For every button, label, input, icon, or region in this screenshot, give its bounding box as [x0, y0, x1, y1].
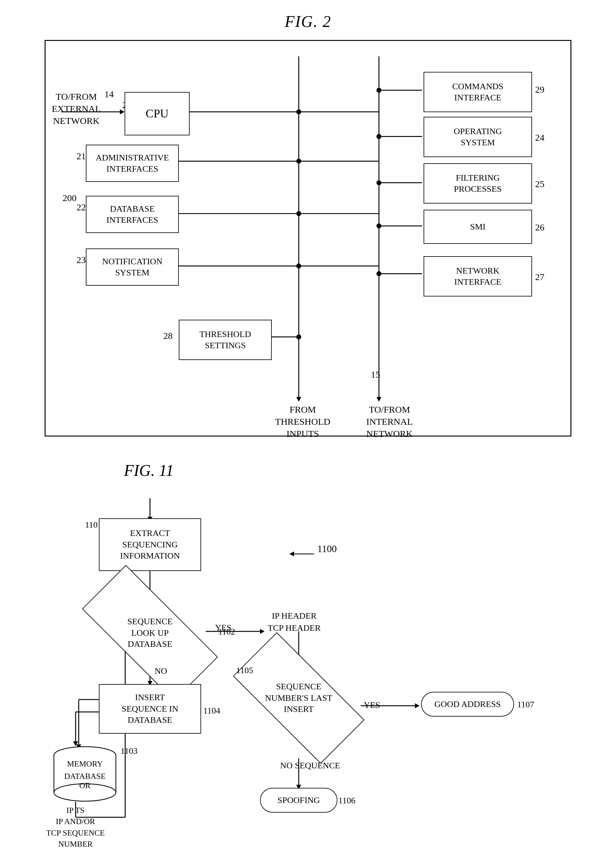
svg-marker-30 [376, 397, 382, 402]
svg-point-19 [296, 159, 301, 163]
svg-marker-42 [73, 741, 78, 746]
svg-marker-52 [415, 703, 420, 708]
database-interfaces-block: DATABASEINTERFACES [86, 196, 179, 233]
spoofing-block: SPOOFING [260, 788, 337, 813]
svg-point-20 [296, 211, 301, 216]
ref-21: 21 [77, 151, 86, 162]
svg-point-25 [376, 223, 382, 228]
ref-23: 23 [77, 255, 86, 265]
svg-point-24 [376, 180, 382, 185]
ref-1105: 1105 [236, 665, 253, 675]
fig2-diagram: TO/FROMEXTERNALNETWORK 14 20 CPU 200 21 … [45, 40, 571, 437]
ref-29: 29 [535, 84, 544, 95]
filtering-processes-block: FILTERINGPROCESSES [424, 163, 532, 203]
threshold-settings-block: THRESHOLDSETTINGS [179, 320, 272, 360]
cpu-block: CPU [125, 92, 189, 135]
svg-point-18 [296, 109, 301, 114]
to-internal-network-label: TO/FROMINTERNALNETWORK [356, 403, 424, 440]
ip-ts-label: IP TSIP AND/ORTCP SEQUENCENUMBER [46, 805, 105, 850]
svg-text:MEMORY: MEMORY [67, 759, 103, 768]
ref-28: 28 [163, 331, 172, 341]
commands-interface-block: COMMANDSINTERFACE [424, 72, 532, 112]
ref-200: 200 [63, 193, 77, 203]
svg-point-22 [376, 88, 382, 92]
fig11-title: FIG. 11 [124, 461, 174, 480]
ref-24: 24 [535, 132, 544, 143]
svg-point-23 [376, 134, 382, 139]
ref-1106: 1106 [338, 796, 356, 805]
ref-27: 27 [535, 272, 544, 282]
yes-label-2: YES [364, 699, 380, 711]
fig11-diagram: 1101 EXTRACTSEQUENCINGINFORMATION 1100 S… [45, 489, 571, 856]
no-label-1: NO [155, 665, 167, 677]
external-network-label: TO/FROMEXTERNALNETWORK [52, 91, 101, 127]
ref-25: 25 [535, 179, 544, 189]
ref-26: 26 [535, 222, 544, 232]
svg-point-32 [296, 335, 301, 340]
no-sequence-label: NO SEQUENCE [280, 760, 340, 771]
ref-22: 22 [77, 202, 86, 212]
ref-14: 14 [105, 89, 114, 99]
insert-sequence-block: INSERTSEQUENCE INDATABASE [99, 684, 201, 734]
svg-marker-28 [296, 397, 301, 402]
sequence-number-diamond: SEQUENCENUMBER'S LASTINSERT [237, 667, 361, 729]
ref-15: 15 [371, 369, 380, 380]
smi-block: SMI [424, 210, 532, 244]
ref-1103: 1103 [120, 746, 137, 756]
ref-1104: 1104 [203, 706, 220, 716]
database-cylinder: DATABASE OR MEMORY [51, 746, 119, 802]
network-interface-block: NETWORKINTERFACE [424, 256, 532, 297]
from-threshold-label: FROMTHRESHOLDINPUTS [272, 403, 334, 440]
ip-header-label: IP HEADERTCP HEADER [268, 610, 321, 634]
notification-system-block: NOTIFICATIONSYSTEM [86, 248, 179, 286]
sequence-lookup-diamond: SEQUENCELOOK UPDATABASE [85, 602, 215, 664]
ref-1107: 1107 [517, 699, 534, 710]
fig2-title: FIG. 2 [285, 12, 331, 31]
extract-block: EXTRACTSEQUENCINGINFORMATION [99, 518, 201, 571]
svg-point-21 [296, 264, 301, 269]
svg-point-26 [376, 271, 382, 276]
good-address-block: GOOD ADDRESS [421, 692, 514, 717]
admin-interfaces-block: ADMINISTRATIVEINTERFACES [86, 145, 179, 182]
svg-marker-48 [260, 629, 265, 634]
operating-system-block: OPERATINGSYSTEM [424, 117, 532, 157]
svg-text:DATABASE: DATABASE [64, 772, 106, 781]
svg-marker-60 [290, 551, 294, 556]
yes-label-1: YES [215, 622, 231, 633]
svg-text:OR: OR [79, 781, 91, 790]
